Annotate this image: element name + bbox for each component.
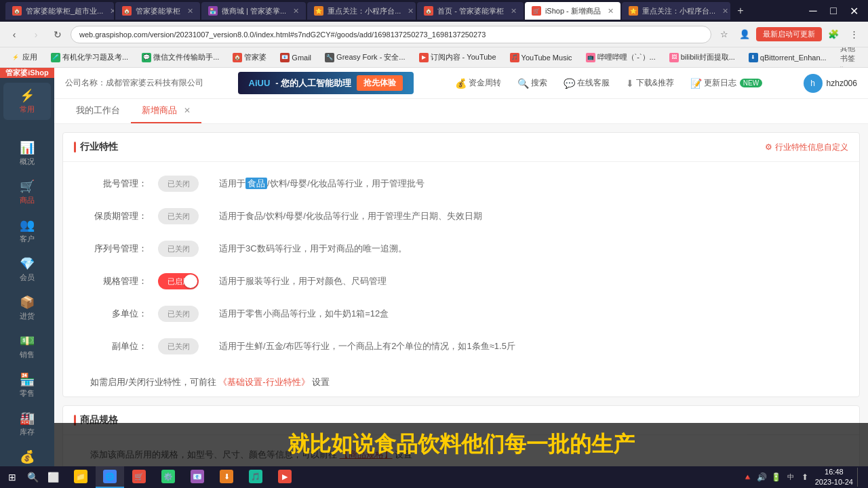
sidebar-item-retail[interactable]: 🏪 零售 <box>3 367 51 404</box>
tab-6-active[interactable]: 🛒 iShop - 新增商品 ✕ <box>525 2 620 20</box>
sidebar-item-common[interactable]: ⚡ 常用 <box>3 83 51 120</box>
reload-button[interactable]: ↻ <box>49 26 66 43</box>
ai-banner[interactable]: AiUU - 您的人工智能助理 抢先体验 <box>238 72 414 94</box>
bookmark-greasyfork[interactable]: 🔧Greasy Fork - 安全... <box>319 51 410 64</box>
tab-2[interactable]: 🏠 管家婆能掌柜 ✕ <box>115 2 200 20</box>
tab-7-close[interactable]: ✕ <box>722 7 728 16</box>
win-app-chrome[interactable]: 🌐 <box>96 466 124 488</box>
bookmark-apps[interactable]: ⚡应用 <box>5 51 43 64</box>
taskbar-clock[interactable]: 16:48 2023-10-24 <box>815 467 853 488</box>
tab-6-close[interactable]: ✕ <box>608 7 614 16</box>
profile-icon[interactable]: 👤 <box>736 26 753 43</box>
tray-battery[interactable]: 🔋 <box>770 471 783 483</box>
bookmark-bilibili[interactable]: 📺哔哩哔哩（`-`）... <box>580 51 661 64</box>
user-avatar[interactable]: h <box>804 74 823 93</box>
tab-add-goods[interactable]: 新增商品 ✕ <box>131 99 201 123</box>
tab-3-close[interactable]: ✕ <box>293 7 299 16</box>
tab-4[interactable]: ⭐ 重点关注：小程序台... ✕ <box>307 2 416 20</box>
win-app-8[interactable]: ▶ <box>271 466 299 488</box>
win-app-6[interactable]: ⬇ <box>212 466 241 488</box>
maximize-button[interactable]: □ <box>825 2 842 20</box>
sidebar-item-purchase[interactable]: 📦 进货 <box>3 289 51 327</box>
update-button[interactable]: 最新启动可更新 <box>756 27 822 41</box>
industry-title: 行业特性 <box>74 141 118 153</box>
sidebar-label-purchase: 进货 <box>20 311 35 321</box>
search-button[interactable]: 🔍 <box>23 468 42 487</box>
sidebar-item-customer[interactable]: 👥 客户 <box>3 212 51 249</box>
tab-7[interactable]: ⭐ 重点关注：小程序台... ✕ <box>622 2 730 20</box>
bookmark-qbittorrent[interactable]: ⬇qBittorrent_Enhan... <box>743 52 832 64</box>
url-field[interactable]: web.graspishop.com/version/20231007_vers… <box>71 26 711 43</box>
bookmark-more[interactable]: 其他书签 » <box>835 47 863 68</box>
batch-toggle[interactable]: 已关闭 <box>158 176 199 192</box>
tab-3[interactable]: 🏪 微商城 | 管家婆掌... ✕ <box>201 2 306 20</box>
nav-support[interactable]: 💬 在线客服 <box>557 75 616 91</box>
win-app-3[interactable]: 🛒 <box>125 466 153 488</box>
sidebar-logo[interactable]: 管家婆iShop <box>0 68 54 78</box>
minimize-button[interactable]: ─ <box>804 2 822 20</box>
close-button[interactable]: ✕ <box>845 2 863 20</box>
sidebar-item-goods[interactable]: 🛒 商品 <box>3 174 51 211</box>
win-app-7[interactable]: 🎵 <box>241 466 270 488</box>
username: hzhz006 <box>827 79 857 88</box>
menu-button[interactable]: ⋮ <box>845 26 863 43</box>
sidebar-item-inventory[interactable]: 🏭 库存 <box>3 405 51 443</box>
subunit-toggle[interactable]: 已关闭 <box>158 338 199 354</box>
tab-workbench[interactable]: 我的工作台 <box>65 99 131 123</box>
retail-icon: 🏪 <box>20 372 35 387</box>
sidebar: 管家婆iShop ⚡ 常用 📊 概况 🛒 商品 👥 客户 💎 <box>0 68 54 488</box>
tab-4-close[interactable]: ✕ <box>408 7 414 16</box>
spec-toggle[interactable]: 已启用 <box>158 273 199 289</box>
sidebar-item-member[interactable]: 💎 会员 <box>3 251 51 288</box>
tray-input[interactable]: 中 <box>785 471 797 483</box>
tray-volume[interactable]: 🔊 <box>756 471 768 483</box>
extensions-icon[interactable]: 🧩 <box>825 26 842 43</box>
tray-network[interactable]: 🔺 <box>742 471 754 483</box>
bookmark-star-icon[interactable]: ☆ <box>715 26 733 43</box>
feature-row-batch: 批号管理： 已关闭 适用于食品/饮料/母婴/化妆品等行业，用于管理批号 <box>63 167 859 200</box>
show-desktop-button[interactable] <box>857 468 860 487</box>
serial-label: 序列号管理： <box>90 243 158 255</box>
task-view-button[interactable]: ⬜ <box>43 468 62 487</box>
tab-1-close[interactable]: ✕ <box>110 7 114 16</box>
tab-5[interactable]: 🏠 首页 - 管家婆能掌柜 ✕ <box>417 2 524 20</box>
forward-button[interactable]: › <box>27 26 45 43</box>
industry-section: 行业特性 ⚙ 行业特性信息自定义 批号管理： 已关闭 适用于食品/饮料/母婴/化… <box>62 132 860 397</box>
bookmark-youtube-music[interactable]: 🎵YouTube Music <box>505 52 578 64</box>
sidebar-item-overview[interactable]: 📊 概况 <box>3 135 51 172</box>
nav-download[interactable]: ⬇ 下载&推荐 <box>619 75 681 91</box>
new-badge: NEW <box>740 79 762 87</box>
tab-1[interactable]: 🏠 管家婆能掌柜_超市业... ✕ <box>5 2 114 20</box>
feature-row-multiunit: 多单位： 已关闭 适用于零售小商品等行业，如牛奶1箱=12盒 <box>63 298 859 330</box>
start-button[interactable]: ⊞ <box>3 468 22 487</box>
bookmark-gmail[interactable]: 📧Gmail <box>275 52 317 64</box>
multiunit-toggle[interactable]: 已关闭 <box>158 306 199 322</box>
back-button[interactable]: ‹ <box>5 26 23 43</box>
win-app-4[interactable]: ⚙️ <box>154 466 182 488</box>
nav-search[interactable]: 🔍 搜索 <box>511 75 554 91</box>
win-app-5[interactable]: 📧 <box>183 466 212 488</box>
win-app-file[interactable]: 📁 <box>66 466 95 488</box>
tab-close-icon[interactable]: ✕ <box>184 106 191 115</box>
bookmark-jiaguan[interactable]: 🏠管家婆 <box>227 51 272 64</box>
bookmark-chemistry[interactable]: 🧪有机化学习题及考... <box>45 51 134 64</box>
bookmark-wechat[interactable]: 💬微信文件传输助手... <box>136 51 224 64</box>
tray-extra[interactable]: ⬆ <box>799 471 811 483</box>
feature-row-serial: 序列号管理： 已关闭 适用于3C数码等行业，用于对商品的唯一追溯。 <box>63 232 859 265</box>
batch-desc: 适用于食品/饮料/母婴/化妆品等行业，用于管理批号 <box>219 178 832 190</box>
industry-customize[interactable]: ⚙ 行业特性信息自定义 <box>765 142 848 153</box>
ai-try-button[interactable]: 抢先体验 <box>357 75 403 91</box>
new-tab-button[interactable]: + <box>732 2 749 20</box>
tab-2-close[interactable]: ✕ <box>187 7 193 16</box>
nav-fund[interactable]: 💰 资金周转 <box>448 75 508 91</box>
bookmark-bilibili-cover[interactable]: 🖼bilibili封面提取... <box>664 51 741 64</box>
sidebar-item-sales[interactable]: 💵 销售 <box>3 328 51 365</box>
member-icon: 💎 <box>20 256 35 271</box>
settings-link[interactable]: 《基础设置-行业特性》 <box>218 377 309 387</box>
expire-toggle[interactable]: 已关闭 <box>158 208 199 224</box>
nav-changelog[interactable]: 📝 更新日志 NEW <box>684 75 769 91</box>
bookmark-youtube[interactable]: ▶订阅内容 - YouTube <box>414 51 502 64</box>
batch-label: 批号管理： <box>90 178 158 190</box>
tab-5-close[interactable]: ✕ <box>511 7 517 16</box>
serial-toggle[interactable]: 已关闭 <box>158 241 199 257</box>
